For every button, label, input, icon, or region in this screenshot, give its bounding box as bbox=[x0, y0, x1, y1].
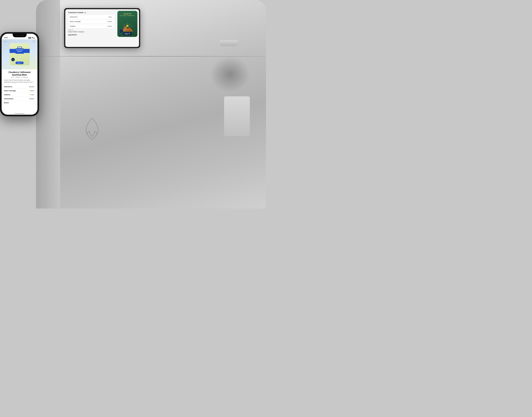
machine-logo bbox=[80, 116, 104, 140]
screen-sweetness-value: Less › bbox=[108, 16, 113, 18]
machine-shadow bbox=[210, 56, 250, 92]
back-button[interactable]: ← bbox=[4, 40, 7, 43]
chevron-icon: › bbox=[34, 86, 35, 88]
caffeine-label: Caffeine bbox=[4, 94, 19, 96]
flavor-strength-row[interactable]: Flavor Strength ★ More › bbox=[4, 89, 35, 93]
made-by-section: Made by Olwyn Coffee Company › bbox=[68, 29, 115, 33]
star-icon: ★ bbox=[106, 21, 108, 22]
screen-flavor-value: ★ More › bbox=[106, 21, 113, 22]
chevron-icon: › bbox=[112, 16, 113, 18]
svg-line-3 bbox=[124, 24, 125, 25]
status-time: 9:41 bbox=[4, 37, 8, 39]
chevron-icon: › bbox=[34, 90, 35, 92]
phone-app: ← ♡ bbox=[2, 39, 38, 115]
phone-notch bbox=[13, 34, 27, 37]
machine-screen-bezel: Customize & Details ▲ Sweetness Less › F… bbox=[64, 8, 140, 48]
screen-caffeine-label: Caffeine bbox=[70, 25, 107, 27]
chevron-icon: › bbox=[34, 94, 35, 96]
home-indicator bbox=[15, 113, 25, 114]
customized-badge-screen: ★ bbox=[119, 29, 123, 33]
flavor-strength-value: ★ More › bbox=[19, 90, 35, 92]
phone-content: Cloudberry Caffeinated Sparkling Water 1… bbox=[2, 69, 38, 106]
olwyn-sub: COFFEE COMPANY bbox=[117, 15, 137, 16]
carbonation-label: Carbonation bbox=[4, 98, 19, 100]
pour-label: Pour bbox=[17, 62, 20, 63]
machine-side-panel bbox=[224, 96, 250, 136]
machine-spout bbox=[220, 40, 238, 46]
drink-description: Simone Giertz' flavorful seltzers are li… bbox=[4, 79, 35, 83]
sweetness-row[interactable]: Sweetness Normal › bbox=[4, 85, 35, 89]
sweetness-value: Normal › bbox=[19, 86, 35, 88]
brand-value: ∨ bbox=[19, 102, 35, 104]
wifi-icon: ◈ bbox=[32, 37, 33, 39]
carbonation-value: Bubbly › bbox=[19, 98, 35, 100]
machine: Customize & Details ▲ Sweetness Less › F… bbox=[36, 0, 266, 208]
screen-caffeine-value: ★ Most › bbox=[107, 25, 113, 27]
drink-title: Cloudberry Caffeinated Sparkling Water bbox=[4, 71, 35, 76]
screen-flavor-row[interactable]: Flavor Strength ★ More › bbox=[68, 20, 115, 23]
notch-camera bbox=[22, 35, 24, 36]
olwyn-logo: OLWYN COFFEE COMPANY bbox=[117, 13, 137, 16]
star-icon: ★ bbox=[29, 94, 30, 96]
screen-title: Customize & Details bbox=[68, 12, 83, 13]
chevron-icon: › bbox=[34, 98, 35, 100]
workshop-label: WORKSHOPWATER bbox=[10, 49, 30, 53]
screen-sweetness-row[interactable]: Sweetness Less › bbox=[68, 15, 115, 19]
phone-shell: 9:41 ▌▌▌ ◈ ▬ ← ♡ bbox=[0, 32, 39, 116]
caffeine-row[interactable]: Caffeine ★ Less › bbox=[4, 93, 35, 97]
screen-product-card: OLWYN COFFEE COMPANY bbox=[117, 11, 137, 37]
phone-pour-button[interactable]: Pour ⬇ bbox=[15, 62, 24, 64]
screen-flavor-label: Flavor Strength bbox=[70, 21, 106, 22]
made-by-value: Olwyn Coffee Company bbox=[68, 31, 84, 33]
svg-line-1 bbox=[130, 24, 130, 25]
star-icon: ★ bbox=[29, 90, 30, 92]
custom-badge-phone: ★ bbox=[11, 58, 15, 61]
svg-point-7 bbox=[126, 25, 129, 27]
drink-meta: 12oz · Caffeine · B Vitamins bbox=[4, 77, 35, 78]
carbonation-row[interactable]: Carbonation Bubbly › bbox=[4, 97, 35, 101]
phone: 9:41 ▌▌▌ ◈ ▬ ← ♡ bbox=[0, 32, 39, 116]
battery-icon: ▬ bbox=[33, 37, 35, 39]
notch-speaker bbox=[16, 35, 21, 36]
flavor-strength-label: Flavor Strength bbox=[4, 90, 19, 92]
caffeine-value: ★ Less › bbox=[19, 94, 35, 96]
olwyn-name: OLWYN bbox=[117, 13, 137, 15]
chevron-icon: ∨ bbox=[34, 102, 35, 104]
screen-pour-button[interactable]: Pour ⬇ bbox=[123, 32, 132, 35]
screen-sweetness-label: Sweetness bbox=[70, 16, 108, 18]
machine-left-pillar bbox=[36, 0, 60, 208]
sweetness-label: Sweetness bbox=[4, 86, 19, 88]
chevron-icon: › bbox=[112, 21, 113, 22]
made-by-link[interactable]: Olwyn Coffee Company › bbox=[68, 31, 115, 33]
chevron-icon: › bbox=[112, 25, 113, 27]
pour-icon: ⬇ bbox=[21, 62, 22, 63]
brand-label: Brand bbox=[4, 102, 19, 104]
status-icons: ▌▌▌ ◈ ▬ bbox=[29, 37, 35, 39]
pour-icon: ⬇ bbox=[129, 33, 130, 34]
signal-icon: ▌▌▌ bbox=[29, 37, 31, 39]
phone-nav: ← ♡ bbox=[2, 39, 38, 44]
screen-content: Customize & Details ▲ Sweetness Less › F… bbox=[65, 9, 139, 38]
screen-caffeine-row[interactable]: Caffeine ★ Most › bbox=[68, 24, 115, 28]
pour-label: Pour bbox=[125, 33, 128, 34]
product-card-phone: WORKSHOPWATER ★ Pour ⬇ bbox=[10, 43, 30, 65]
chevron-right-icon: › bbox=[84, 31, 85, 33]
machine-screen[interactable]: Customize & Details ▲ Sweetness Less › F… bbox=[65, 9, 139, 47]
phone-screen: 9:41 ▌▌▌ ◈ ▬ ← ♡ bbox=[2, 34, 38, 115]
ingredients-label[interactable]: Ingredients bbox=[68, 34, 115, 36]
star-icon: ★ bbox=[107, 25, 108, 27]
brand-row[interactable]: Brand ∨ bbox=[4, 101, 35, 105]
svg-rect-10 bbox=[17, 47, 22, 49]
favorite-button[interactable]: ♡ bbox=[33, 40, 35, 43]
made-by-label: Made by bbox=[68, 29, 115, 31]
phone-hero: ← ♡ bbox=[2, 39, 38, 69]
screen-title-arrow: ▲ bbox=[84, 12, 86, 13]
